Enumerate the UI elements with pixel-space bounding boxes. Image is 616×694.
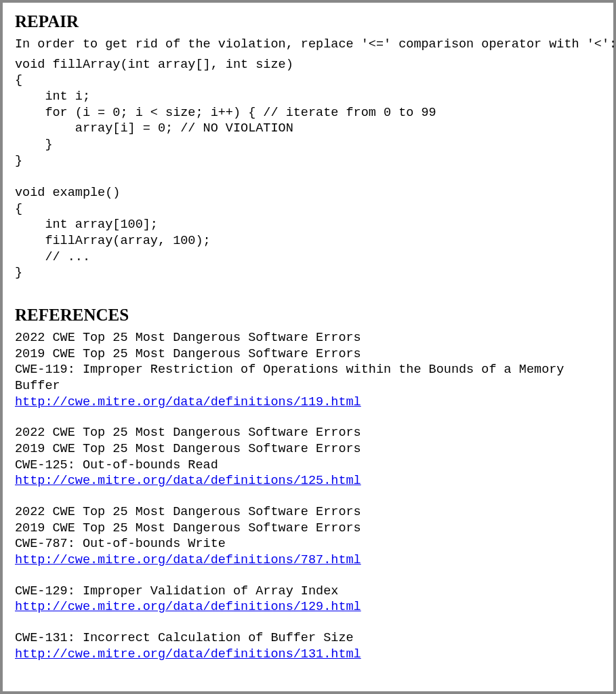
repair-intro: In order to get rid of the violation, re…	[15, 37, 601, 53]
reference-line: 2019 CWE Top 25 Most Dangerous Software …	[15, 441, 601, 457]
reference-line: CWE-131: Incorrect Calculation of Buffer…	[15, 630, 601, 647]
reference-line: 2019 CWE Top 25 Most Dangerous Software …	[15, 346, 601, 363]
reference-group: 2022 CWE Top 25 Most Dangerous Software …	[15, 425, 601, 489]
references-heading: REFERENCES	[15, 306, 601, 325]
reference-line: CWE-129: Improper Validation of Array In…	[15, 584, 601, 600]
references-list: 2022 CWE Top 25 Most Dangerous Software …	[15, 330, 601, 662]
reference-line: 2022 CWE Top 25 Most Dangerous Software …	[15, 504, 601, 520]
references-section: REFERENCES 2022 CWE Top 25 Most Dangerou…	[15, 306, 601, 662]
reference-group: CWE-131: Incorrect Calculation of Buffer…	[15, 630, 601, 662]
spacer	[15, 615, 601, 630]
repair-heading: REPAIR	[15, 12, 601, 31]
reference-group: 2022 CWE Top 25 Most Dangerous Software …	[15, 330, 601, 410]
reference-link[interactable]: http://cwe.mitre.org/data/definitions/78…	[15, 553, 361, 567]
reference-line: 2022 CWE Top 25 Most Dangerous Software …	[15, 330, 601, 346]
spacer	[15, 410, 601, 425]
reference-line: 2019 CWE Top 25 Most Dangerous Software …	[15, 520, 601, 537]
reference-line: CWE-125: Out-of-bounds Read	[15, 457, 601, 474]
spacer	[15, 569, 601, 584]
reference-line: CWE-119: Improper Restriction of Operati…	[15, 362, 601, 394]
reference-link[interactable]: http://cwe.mitre.org/data/definitions/13…	[15, 647, 361, 661]
reference-group: CWE-129: Improper Validation of Array In…	[15, 584, 601, 615]
reference-link[interactable]: http://cwe.mitre.org/data/definitions/11…	[15, 395, 361, 409]
document-container: REPAIR In order to get rid of the violat…	[0, 0, 616, 694]
reference-line: CWE-787: Out-of-bounds Write	[15, 536, 601, 552]
spacer	[15, 489, 601, 504]
reference-group: 2022 CWE Top 25 Most Dangerous Software …	[15, 504, 601, 569]
reference-line: 2022 CWE Top 25 Most Dangerous Software …	[15, 425, 601, 441]
reference-link[interactable]: http://cwe.mitre.org/data/definitions/12…	[15, 600, 361, 614]
repair-code-block: void fillArray(int array[], int size) { …	[15, 57, 601, 281]
reference-link[interactable]: http://cwe.mitre.org/data/definitions/12…	[15, 474, 361, 488]
